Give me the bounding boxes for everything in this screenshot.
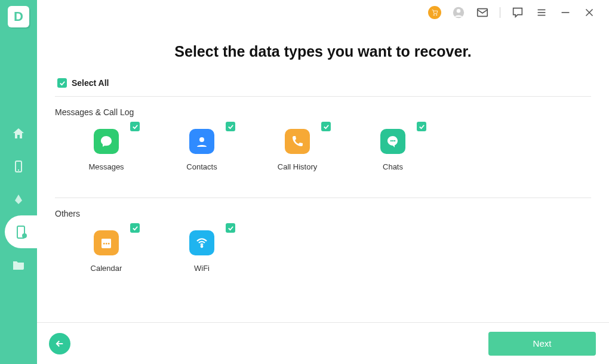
- close-icon: [583, 6, 596, 19]
- svg-rect-22: [108, 243, 110, 245]
- minimize-button[interactable]: [559, 6, 572, 19]
- calendar-icon: [94, 230, 119, 255]
- feedback-button[interactable]: [511, 6, 524, 19]
- section-others: Others Calendar WiFi: [55, 209, 591, 285]
- tile-checkbox[interactable]: [321, 122, 331, 131]
- check-icon: [227, 225, 234, 232]
- cloud-icon: [11, 192, 26, 206]
- app-logo: D: [8, 6, 29, 27]
- tile-grid: Calendar WiFi: [55, 218, 591, 285]
- svg-rect-19: [102, 239, 111, 241]
- home-icon: [11, 127, 26, 141]
- section-messages-call-log: Messages & Call Log Messages: [55, 107, 591, 198]
- mail-button[interactable]: [476, 6, 489, 19]
- cart-icon: [428, 6, 441, 19]
- tile-contacts[interactable]: Contacts: [172, 124, 232, 171]
- phone-alert-icon: !: [14, 225, 28, 239]
- tile-chats[interactable]: Chats: [363, 124, 423, 171]
- check-icon: [227, 124, 234, 130]
- cart-button[interactable]: [428, 6, 441, 19]
- tile-label: Chats: [363, 162, 423, 171]
- svg-point-6: [457, 9, 460, 13]
- svg-rect-21: [106, 243, 107, 245]
- user-icon: [452, 6, 465, 19]
- mail-icon: [476, 6, 489, 19]
- svg-point-17: [394, 140, 396, 142]
- menu-icon: [535, 6, 548, 19]
- tile-wifi[interactable]: WiFi: [172, 226, 232, 273]
- tile-checkbox[interactable]: [417, 122, 426, 131]
- title-bar: [37, 0, 609, 25]
- sidebar-item-files[interactable]: [0, 248, 37, 281]
- messages-icon: [94, 129, 119, 154]
- contacts-icon: [189, 129, 214, 154]
- select-all-label: Select All: [72, 78, 109, 88]
- svg-point-16: [392, 140, 394, 142]
- sidebar-item-home[interactable]: [0, 117, 37, 150]
- check-icon: [132, 225, 139, 232]
- menu-button[interactable]: [535, 6, 548, 19]
- svg-rect-20: [103, 243, 105, 245]
- sidebar: D !: [0, 0, 37, 364]
- main-panel: Select the data types you want to recove…: [37, 0, 609, 364]
- tile-grid: Messages Contacts Call: [55, 117, 591, 183]
- footer-bar: Next: [37, 322, 609, 364]
- tile-label: Messages: [76, 162, 136, 171]
- account-button[interactable]: [452, 6, 465, 19]
- sidebar-item-device[interactable]: [0, 150, 37, 183]
- check-icon: [323, 124, 330, 130]
- separator: [500, 7, 500, 18]
- section-title: Others: [55, 209, 591, 218]
- check-icon: [419, 124, 425, 130]
- folder-icon: [11, 258, 26, 272]
- minimize-icon: [559, 6, 572, 19]
- wifi-icon: [189, 230, 214, 255]
- call-history-icon: [285, 129, 310, 154]
- tile-checkbox[interactable]: [226, 122, 235, 131]
- comment-icon: [511, 6, 524, 19]
- check-icon: [132, 124, 139, 130]
- page-title: Select the data types you want to recove…: [55, 43, 591, 60]
- tile-checkbox[interactable]: [226, 223, 235, 233]
- close-button[interactable]: [583, 6, 596, 19]
- sidebar-item-cloud[interactable]: [0, 183, 37, 215]
- select-all-checkbox[interactable]: [57, 78, 67, 88]
- check-icon: [59, 80, 66, 87]
- next-button[interactable]: Next: [488, 332, 596, 356]
- select-all-row[interactable]: Select All: [55, 78, 591, 97]
- svg-point-15: [390, 140, 392, 142]
- sidebar-item-recover[interactable]: !: [5, 215, 37, 248]
- tile-label: Contacts: [172, 162, 232, 171]
- back-button[interactable]: [49, 333, 70, 354]
- app-window: D !: [0, 0, 609, 364]
- tile-label: Calendar: [76, 264, 136, 273]
- arrow-left-icon: [54, 338, 65, 349]
- tile-checkbox[interactable]: [130, 223, 140, 233]
- tile-call-history[interactable]: Call History: [267, 124, 327, 171]
- tile-label: WiFi: [172, 264, 232, 273]
- tile-calendar[interactable]: Calendar: [76, 226, 136, 273]
- content-area: Select the data types you want to recove…: [37, 25, 609, 322]
- section-title: Messages & Call Log: [55, 107, 591, 117]
- tile-label: Call History: [267, 162, 327, 171]
- svg-point-14: [199, 137, 204, 142]
- tile-checkbox[interactable]: [130, 122, 140, 131]
- svg-point-23: [201, 246, 203, 248]
- tile-messages[interactable]: Messages: [76, 124, 136, 171]
- chats-icon: [380, 129, 405, 154]
- phone-icon: [11, 159, 26, 174]
